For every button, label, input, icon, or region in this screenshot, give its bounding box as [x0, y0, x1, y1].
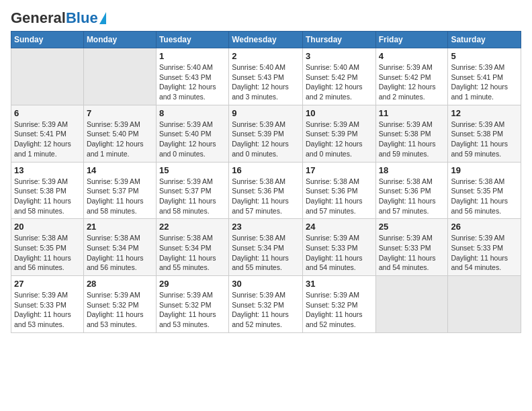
- day-info: Sunrise: 5:38 AM Sunset: 5:36 PM Dayligh…: [306, 177, 373, 216]
- day-number: 27: [14, 279, 81, 289]
- day-info: Sunrise: 5:38 AM Sunset: 5:34 PM Dayligh…: [159, 233, 226, 273]
- day-number: 5: [451, 51, 518, 61]
- week-row-3: 13Sunrise: 5:39 AM Sunset: 5:38 PM Dayli…: [11, 162, 521, 219]
- week-row-4: 20Sunrise: 5:38 AM Sunset: 5:35 PM Dayli…: [11, 219, 521, 276]
- day-info: Sunrise: 5:40 AM Sunset: 5:42 PM Dayligh…: [306, 62, 373, 102]
- day-number: 3: [306, 51, 373, 61]
- calendar-cell: 22Sunrise: 5:38 AM Sunset: 5:34 PM Dayli…: [156, 219, 228, 276]
- calendar-cell: 31Sunrise: 5:39 AM Sunset: 5:32 PM Dayli…: [302, 276, 375, 333]
- calendar-cell: 27Sunrise: 5:39 AM Sunset: 5:33 PM Dayli…: [11, 276, 84, 333]
- day-number: 19: [451, 165, 518, 175]
- calendar-cell: 29Sunrise: 5:39 AM Sunset: 5:32 PM Dayli…: [156, 276, 228, 333]
- column-header-thursday: Thursday: [302, 32, 375, 48]
- day-number: 17: [306, 165, 373, 175]
- day-number: 16: [232, 165, 300, 175]
- calendar-cell: 12Sunrise: 5:39 AM Sunset: 5:38 PM Dayli…: [448, 105, 521, 162]
- column-header-wednesday: Wednesday: [229, 32, 303, 48]
- day-info: Sunrise: 5:38 AM Sunset: 5:35 PM Dayligh…: [451, 177, 518, 216]
- week-row-2: 6Sunrise: 5:39 AM Sunset: 5:41 PM Daylig…: [11, 105, 521, 162]
- day-number: 12: [451, 108, 518, 118]
- calendar-cell: 20Sunrise: 5:38 AM Sunset: 5:35 PM Dayli…: [11, 219, 84, 276]
- calendar-cell: [83, 48, 156, 105]
- header-row: SundayMondayTuesdayWednesdayThursdayFrid…: [11, 32, 521, 48]
- calendar-cell: 6Sunrise: 5:39 AM Sunset: 5:41 PM Daylig…: [11, 105, 84, 162]
- day-info: Sunrise: 5:38 AM Sunset: 5:35 PM Dayligh…: [14, 233, 81, 273]
- day-number: 10: [306, 108, 373, 118]
- week-row-5: 27Sunrise: 5:39 AM Sunset: 5:33 PM Dayli…: [11, 276, 521, 333]
- day-number: 31: [306, 279, 373, 289]
- day-info: Sunrise: 5:39 AM Sunset: 5:37 PM Dayligh…: [87, 177, 153, 216]
- day-number: 30: [232, 279, 300, 289]
- column-header-saturday: Saturday: [448, 32, 521, 48]
- day-number: 26: [451, 222, 518, 232]
- day-info: Sunrise: 5:39 AM Sunset: 5:37 PM Dayligh…: [159, 177, 226, 216]
- day-number: 23: [232, 222, 300, 232]
- logo: GeneralBlue: [11, 11, 106, 26]
- calendar-cell: 8Sunrise: 5:39 AM Sunset: 5:40 PM Daylig…: [156, 105, 228, 162]
- calendar-cell: 24Sunrise: 5:39 AM Sunset: 5:33 PM Dayli…: [302, 219, 375, 276]
- day-info: Sunrise: 5:39 AM Sunset: 5:40 PM Dayligh…: [87, 120, 153, 159]
- day-info: Sunrise: 5:39 AM Sunset: 5:32 PM Dayligh…: [159, 290, 226, 330]
- calendar-cell: 23Sunrise: 5:38 AM Sunset: 5:34 PM Dayli…: [229, 219, 303, 276]
- calendar-cell: 30Sunrise: 5:39 AM Sunset: 5:32 PM Dayli…: [229, 276, 303, 333]
- day-info: Sunrise: 5:40 AM Sunset: 5:43 PM Dayligh…: [232, 62, 300, 102]
- day-number: 14: [87, 165, 153, 175]
- calendar-cell: 17Sunrise: 5:38 AM Sunset: 5:36 PM Dayli…: [302, 162, 375, 219]
- calendar-cell: 2Sunrise: 5:40 AM Sunset: 5:43 PM Daylig…: [229, 48, 303, 105]
- day-number: 7: [87, 108, 153, 118]
- calendar-cell: 26Sunrise: 5:39 AM Sunset: 5:33 PM Dayli…: [448, 219, 521, 276]
- day-info: Sunrise: 5:38 AM Sunset: 5:34 PM Dayligh…: [232, 233, 300, 273]
- day-number: 21: [87, 222, 153, 232]
- day-number: 28: [87, 279, 153, 289]
- calendar-cell: 4Sunrise: 5:39 AM Sunset: 5:42 PM Daylig…: [375, 48, 448, 105]
- calendar-cell: 11Sunrise: 5:39 AM Sunset: 5:38 PM Dayli…: [375, 105, 448, 162]
- day-info: Sunrise: 5:39 AM Sunset: 5:33 PM Dayligh…: [306, 233, 373, 273]
- day-number: 24: [306, 222, 373, 232]
- day-info: Sunrise: 5:39 AM Sunset: 5:32 PM Dayligh…: [306, 290, 373, 330]
- calendar-cell: [448, 276, 521, 333]
- calendar-cell: [375, 276, 448, 333]
- day-number: 11: [379, 108, 445, 118]
- day-info: Sunrise: 5:39 AM Sunset: 5:33 PM Dayligh…: [451, 233, 518, 273]
- calendar-cell: [11, 48, 84, 105]
- day-info: Sunrise: 5:38 AM Sunset: 5:36 PM Dayligh…: [232, 177, 300, 216]
- logo-text: GeneralBlue: [11, 11, 98, 26]
- day-number: 1: [159, 51, 226, 61]
- day-info: Sunrise: 5:39 AM Sunset: 5:42 PM Dayligh…: [379, 62, 445, 102]
- day-info: Sunrise: 5:39 AM Sunset: 5:38 PM Dayligh…: [379, 120, 445, 159]
- day-number: 20: [14, 222, 81, 232]
- calendar-cell: 14Sunrise: 5:39 AM Sunset: 5:37 PM Dayli…: [83, 162, 156, 219]
- calendar-cell: 16Sunrise: 5:38 AM Sunset: 5:36 PM Dayli…: [229, 162, 303, 219]
- day-info: Sunrise: 5:38 AM Sunset: 5:36 PM Dayligh…: [379, 177, 445, 216]
- day-info: Sunrise: 5:39 AM Sunset: 5:39 PM Dayligh…: [306, 120, 373, 159]
- calendar-cell: 13Sunrise: 5:39 AM Sunset: 5:38 PM Dayli…: [11, 162, 84, 219]
- calendar-cell: 15Sunrise: 5:39 AM Sunset: 5:37 PM Dayli…: [156, 162, 228, 219]
- calendar-cell: 18Sunrise: 5:38 AM Sunset: 5:36 PM Dayli…: [375, 162, 448, 219]
- day-info: Sunrise: 5:39 AM Sunset: 5:32 PM Dayligh…: [87, 290, 153, 330]
- calendar-table: SundayMondayTuesdayWednesdayThursdayFrid…: [11, 31, 521, 333]
- calendar-cell: 19Sunrise: 5:38 AM Sunset: 5:35 PM Dayli…: [448, 162, 521, 219]
- calendar-cell: 3Sunrise: 5:40 AM Sunset: 5:42 PM Daylig…: [302, 48, 375, 105]
- calendar-cell: 9Sunrise: 5:39 AM Sunset: 5:39 PM Daylig…: [229, 105, 303, 162]
- week-row-1: 1Sunrise: 5:40 AM Sunset: 5:43 PM Daylig…: [11, 48, 521, 105]
- day-number: 6: [14, 108, 81, 118]
- day-info: Sunrise: 5:39 AM Sunset: 5:40 PM Dayligh…: [159, 120, 226, 159]
- day-number: 29: [159, 279, 226, 289]
- day-info: Sunrise: 5:39 AM Sunset: 5:41 PM Dayligh…: [14, 120, 81, 159]
- day-info: Sunrise: 5:39 AM Sunset: 5:32 PM Dayligh…: [232, 290, 300, 330]
- logo-general: General: [11, 9, 66, 26]
- day-info: Sunrise: 5:38 AM Sunset: 5:34 PM Dayligh…: [87, 233, 153, 273]
- day-info: Sunrise: 5:40 AM Sunset: 5:43 PM Dayligh…: [159, 62, 226, 102]
- day-info: Sunrise: 5:39 AM Sunset: 5:39 PM Dayligh…: [232, 120, 300, 159]
- day-info: Sunrise: 5:39 AM Sunset: 5:38 PM Dayligh…: [14, 177, 81, 216]
- day-number: 25: [379, 222, 445, 232]
- logo-triangle-icon: [99, 12, 106, 24]
- day-number: 4: [379, 51, 445, 61]
- logo-blue: Blue: [66, 9, 98, 26]
- calendar-cell: 21Sunrise: 5:38 AM Sunset: 5:34 PM Dayli…: [83, 219, 156, 276]
- column-header-friday: Friday: [375, 32, 448, 48]
- day-number: 18: [379, 165, 445, 175]
- day-number: 2: [232, 51, 300, 61]
- day-number: 22: [159, 222, 226, 232]
- day-info: Sunrise: 5:39 AM Sunset: 5:41 PM Dayligh…: [451, 62, 518, 102]
